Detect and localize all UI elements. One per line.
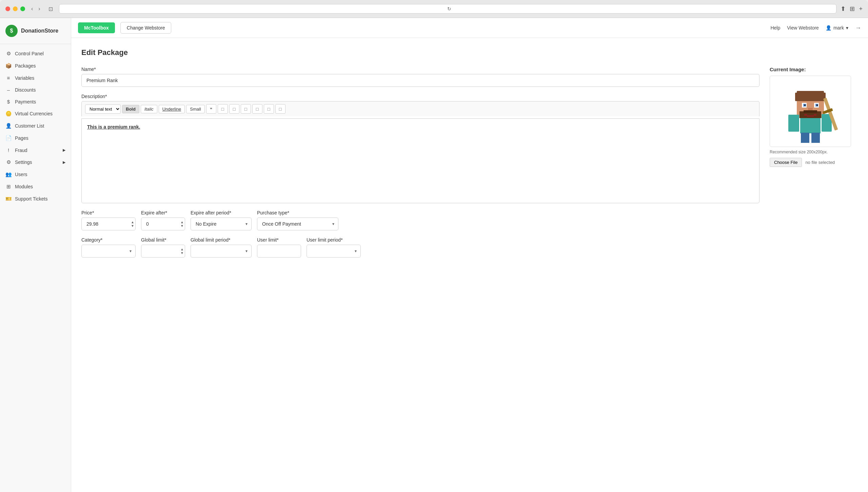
expire-after-period-select[interactable]: No Expire Days Weeks Months (191, 217, 252, 230)
user-limit-period-select[interactable] (307, 245, 361, 258)
global-limit-label: Global limit* (141, 237, 185, 243)
share-button[interactable]: ⬆ (841, 5, 846, 13)
box-icon-1[interactable]: □ (218, 104, 228, 114)
back-button[interactable]: ‹ (29, 5, 35, 13)
sidebar-item-users[interactable]: 👥 Users (0, 168, 71, 181)
category-select-wrap (81, 245, 136, 258)
bold-button[interactable]: Bold (122, 105, 139, 113)
sidebar-label-settings: Settings (15, 159, 32, 165)
price-expire-row: Price* ▲ ▼ Expire after* (81, 210, 760, 230)
expire-after-down-button[interactable]: ▼ (180, 224, 184, 228)
app-container: $ DonationStore ⚙ Control Panel 📦 Packag… (0, 18, 868, 492)
user-name: mark (833, 25, 844, 31)
svg-rect-3 (797, 91, 824, 95)
customer-list-icon: 👤 (5, 123, 12, 129)
view-webstore-link[interactable]: View Webstore (787, 25, 819, 31)
choose-file-button[interactable]: Choose File (770, 158, 802, 167)
change-webstore-button[interactable]: Change Webstore (120, 22, 172, 34)
purchase-type-select-wrap: Once Off Payment Subscription (257, 217, 338, 230)
minimize-button[interactable] (13, 6, 18, 11)
underline-button[interactable]: Underline (159, 105, 185, 113)
price-up-button[interactable]: ▲ (131, 221, 134, 224)
no-file-text: no file selected (805, 160, 835, 165)
mctoolbox-button[interactable]: McToolbox (78, 22, 115, 33)
current-image-section: Current Image: (770, 67, 858, 258)
sidebar-item-payments[interactable]: $ Payments (0, 96, 71, 108)
user-dropdown-icon: ▾ (846, 25, 848, 31)
expire-after-period-label: Expire after period* (191, 210, 252, 215)
purchase-type-select[interactable]: Once Off Payment Subscription (257, 217, 338, 230)
global-limit-down-button[interactable]: ▼ (180, 251, 184, 255)
sidebar-item-discounts[interactable]: – Discounts (0, 84, 71, 96)
add-button[interactable]: + (859, 5, 863, 13)
modules-icon: ⊞ (5, 184, 12, 190)
maximize-button[interactable] (20, 6, 25, 11)
close-button[interactable] (5, 6, 10, 11)
box-icon-5[interactable]: □ (264, 104, 274, 114)
sidebar-item-control-panel[interactable]: ⚙ Control Panel (0, 48, 71, 60)
forward-button[interactable]: › (36, 5, 42, 13)
file-choose-row: Choose File no file selected (770, 158, 858, 167)
price-input[interactable] (81, 217, 136, 230)
price-down-button[interactable]: ▼ (131, 224, 134, 228)
global-limit-input-wrap: ▲ ▼ (141, 245, 185, 258)
user-icon: 👤 (826, 25, 831, 31)
quote-icon-button[interactable]: ❝ (206, 104, 216, 114)
refresh-icon[interactable]: ↻ (447, 6, 451, 12)
url-bar[interactable]: ↻ (59, 4, 837, 14)
logo-icon: $ (5, 25, 18, 37)
user-menu[interactable]: 👤 mark ▾ (826, 25, 848, 31)
sidebar-item-modules[interactable]: ⊞ Modules (0, 181, 71, 193)
global-limit-period-select[interactable] (191, 245, 252, 258)
sidebar-item-customer-list[interactable]: 👤 Customer List (0, 120, 71, 132)
price-group: Price* ▲ ▼ (81, 210, 136, 230)
sidebar-item-variables[interactable]: ≡ Variables (0, 72, 71, 84)
discounts-icon: – (5, 87, 12, 93)
global-limit-group: Global limit* ▲ ▼ (141, 237, 185, 258)
category-select[interactable] (81, 245, 136, 258)
global-limit-period-label: Global limit period* (191, 237, 252, 243)
pages-icon: 📄 (5, 135, 12, 141)
format-select[interactable]: Normal text (85, 105, 121, 114)
sidebar-label-payments: Payments (15, 99, 36, 105)
control-panel-icon: ⚙ (5, 51, 12, 57)
editor-content: This is a premium rank. (87, 124, 140, 130)
fraud-icon: ! (5, 147, 12, 153)
small-button[interactable]: Small (186, 105, 205, 113)
sidebar-label-variables: Variables (15, 75, 34, 81)
sidebar-item-settings[interactable]: ⚙ Settings ▶ (0, 156, 71, 168)
global-limit-input[interactable] (141, 245, 185, 258)
sidebar-item-virtual-currencies[interactable]: 🪙 Virtual Currencies (0, 108, 71, 120)
user-limit-period-select-wrap (307, 245, 361, 258)
sidebar-logo: $ DonationStore (0, 22, 71, 44)
logout-icon[interactable]: → (855, 24, 861, 32)
packages-icon: 📦 (5, 63, 12, 69)
box-icon-4[interactable]: □ (252, 104, 262, 114)
category-label: Category* (81, 237, 136, 243)
description-label: Description* (81, 94, 760, 99)
new-tab-button[interactable]: ⊞ (850, 5, 855, 13)
name-input[interactable] (81, 74, 760, 87)
sidebar-item-fraud[interactable]: ! Fraud ▶ (0, 144, 71, 156)
user-limit-input[interactable] (257, 245, 301, 258)
expire-after-up-button[interactable]: ▲ (180, 221, 184, 224)
settings-icon: ⚙ (5, 159, 12, 165)
box-icon-2[interactable]: □ (229, 104, 239, 114)
sidebar: $ DonationStore ⚙ Control Panel 📦 Packag… (0, 18, 71, 492)
top-nav: McToolbox Change Webstore Help View Webs… (71, 18, 868, 38)
expire-after-period-select-wrap: No Expire Days Weeks Months (191, 217, 252, 230)
sidebar-label-virtual-currencies: Virtual Currencies (15, 111, 53, 116)
current-image-label: Current Image: (770, 67, 858, 72)
sidebar-item-pages[interactable]: 📄 Pages (0, 132, 71, 144)
editor-body[interactable]: This is a premium rank. (81, 118, 760, 203)
help-link[interactable]: Help (770, 25, 780, 31)
box-icon-3[interactable]: □ (241, 104, 251, 114)
box-icon-6[interactable]: □ (275, 104, 285, 114)
italic-button[interactable]: Italic (141, 105, 157, 113)
sidebar-item-support-tickets[interactable]: 🎫 Support Tickets (0, 193, 71, 205)
expire-after-input-wrap: ▲ ▼ (141, 217, 185, 230)
sidebar-item-packages[interactable]: 📦 Packages (0, 60, 71, 72)
global-limit-up-button[interactable]: ▲ (180, 248, 184, 251)
expire-after-input[interactable] (141, 217, 185, 230)
sidebar-toggle-button[interactable]: ⊡ (46, 5, 55, 13)
